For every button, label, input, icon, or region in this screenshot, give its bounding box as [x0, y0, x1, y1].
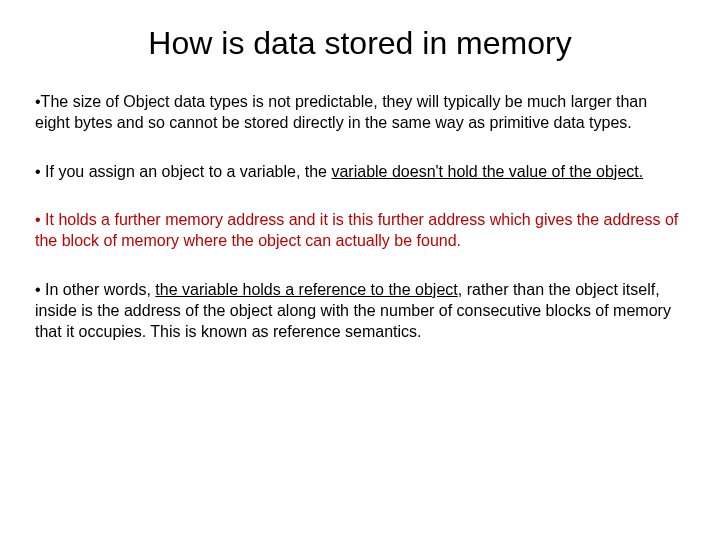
bullet-4-pre: In other words,	[45, 281, 155, 298]
bullet-2-pre: If you assign an object to a variable, t…	[45, 163, 331, 180]
bullet-3: • It holds a further memory address and …	[35, 210, 685, 252]
bullet-marker: •	[35, 163, 41, 180]
bullet-1-text: The size of Object data types is not pre…	[35, 93, 647, 131]
bullet-2: • If you assign an object to a variable,…	[35, 162, 685, 183]
bullet-1: •The size of Object data types is not pr…	[35, 92, 685, 134]
slide-title: How is data stored in memory	[35, 25, 685, 62]
bullet-2-underline: variable doesn't hold the value of the o…	[331, 163, 643, 180]
bullet-marker: •	[35, 211, 41, 228]
bullet-3-text: It holds a further memory address and it…	[35, 211, 678, 249]
bullet-4-underline: the variable holds a reference to the ob…	[155, 281, 457, 298]
bullet-marker: •	[35, 281, 41, 298]
bullet-4: • In other words, the variable holds a r…	[35, 280, 685, 342]
